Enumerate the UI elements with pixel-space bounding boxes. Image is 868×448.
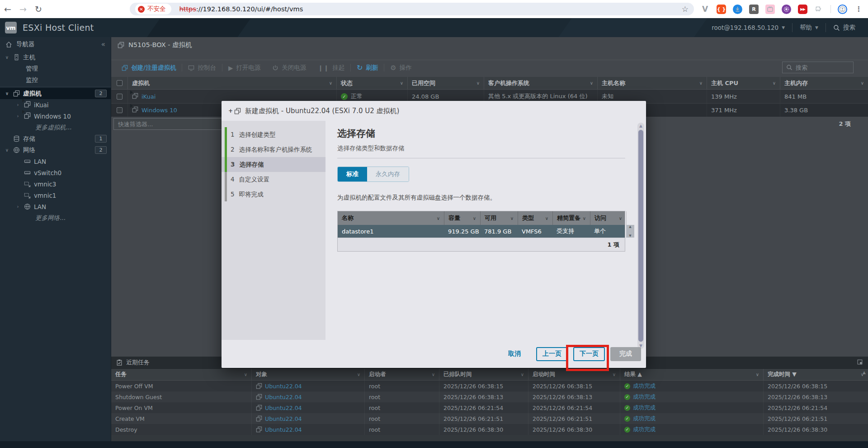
datastore-table-header: 名称∨ 容量∨ 可用∨ 类型∨ 精简置备∨ 访问∨ (338, 211, 625, 225)
plus-icon: + (228, 108, 233, 114)
divider (792, 23, 793, 32)
datastore-row-selected[interactable]: datastore1 919.25 GB 781.9 GB VMFS6 受支持 … (338, 225, 625, 238)
column-menu-icon[interactable]: ∨ (473, 216, 476, 221)
address-bar[interactable]: ✕ 不安全 https://192.168.50.120/ui/#/host/v… (130, 3, 694, 15)
browser-menu-icon[interactable]: ⋮ (854, 5, 863, 14)
wizard-step-1[interactable]: 1选择创建类型 (222, 127, 326, 142)
download-icon (734, 6, 741, 13)
search-icon (833, 24, 840, 31)
forward-icon[interactable]: → (15, 4, 31, 14)
cancel-button[interactable]: 取消 (508, 350, 521, 358)
chevron-down-icon: ▼ (782, 25, 785, 30)
wizard-steps: 1选择创建类型 2选择名称和客户机操作系统 3选择存储 4自定义设置 5即将完成 (222, 121, 326, 340)
not-secure-label: 不安全 (147, 5, 166, 13)
header-decor (147, 18, 250, 37)
user-menu[interactable]: root@192.168.50.120▼ (712, 24, 785, 31)
wizard-step-3[interactable]: 3选择存储 (222, 157, 326, 172)
column-menu-icon[interactable]: ∨ (437, 216, 440, 221)
scrollbar-thumb[interactable] (638, 130, 643, 342)
divider (337, 158, 625, 158)
dot-icon (783, 6, 789, 12)
column-menu-icon[interactable]: ∨ (510, 216, 514, 221)
wizard-step-2[interactable]: 2选择名称和客户机操作系统 (222, 142, 326, 157)
back-icon[interactable]: ← (0, 4, 15, 14)
datastore-table: 名称∨ 容量∨ 可用∨ 类型∨ 精简置备∨ 访问∨ datastore1 919… (337, 211, 625, 252)
global-search[interactable]: 搜索 (833, 24, 855, 32)
help-menu[interactable]: 帮助▼ (800, 24, 818, 32)
person-icon (839, 6, 846, 13)
profile-avatar-icon[interactable] (838, 5, 847, 14)
header-menus: root@192.168.50.120▼ 帮助▼ 搜索 (712, 23, 868, 32)
annotation-highlight-next-button (566, 345, 609, 371)
tv-icon (767, 6, 774, 13)
header-decor (558, 18, 707, 37)
step-subheading: 选择存储类型和数据存储 (337, 144, 625, 153)
url-text: https://192.168.50.120/ui/#/host/vms (179, 5, 303, 13)
wizard-step-4[interactable]: 4自定义设置 (222, 172, 326, 187)
dialog-title: + 新建虚拟机 - Ubuntu22.04 (ESXi 7.0 U2 虚拟机) (222, 101, 646, 121)
finish-button: 完成 (610, 347, 641, 361)
chevron-down-icon: ▼ (815, 25, 818, 30)
divider (826, 23, 826, 32)
browser-toolbar: ← → ↻ ✕ 不安全 https://192.168.50.120/ui/#/… (0, 0, 868, 18)
extensions-puzzle-icon[interactable] (814, 5, 824, 14)
datastore-count-label: 1 项 (338, 238, 625, 251)
wizard-content: 选择存储 选择存储类型和数据存储 标准 永久内存 为虚拟机的配置文件及其所有虚拟… (326, 121, 637, 340)
esxi-header: vm ESXi Host Client root@192.168.50.120▼… (0, 18, 868, 37)
tab-standard[interactable]: 标准 (338, 167, 367, 181)
r-extension-icon[interactable]: R (749, 5, 759, 14)
dialog-scrollbar[interactable]: ▲ ▼ (637, 123, 644, 349)
reload-icon[interactable]: ↻ (31, 4, 46, 14)
vmware-logo: vm (5, 22, 17, 33)
storage-description: 为虚拟机的配置文件及其所有虚拟磁盘选择一个数据存储。 (337, 194, 625, 202)
table-scrollbar[interactable]: ▲▼ (626, 225, 634, 238)
storage-type-tabs: 标准 永久内存 (337, 167, 409, 182)
column-menu-icon[interactable]: ∨ (619, 216, 622, 221)
down-arrow-icon[interactable]: ▼ (629, 234, 631, 238)
code-extension-icon[interactable]: { } (717, 5, 726, 14)
back-button[interactable]: 上一页 (536, 347, 568, 361)
url-protocol: https (179, 5, 196, 13)
column-menu-icon[interactable]: ∨ (583, 216, 586, 221)
tab-persistent-memory[interactable]: 永久内存 (367, 167, 409, 181)
video-speed-extension-icon[interactable]: ▶▶ (798, 5, 807, 14)
purple-extension-icon[interactable] (782, 5, 791, 14)
column-menu-icon[interactable]: ∨ (545, 216, 548, 221)
v-extension-icon[interactable]: V (700, 5, 710, 14)
wizard-step-5[interactable]: 5即将完成 (222, 187, 326, 202)
not-secure-icon: ✕ (138, 6, 145, 13)
step-heading: 选择存储 (337, 127, 625, 140)
security-badge[interactable]: ✕ 不安全 (135, 4, 171, 14)
divider (830, 5, 831, 13)
up-arrow-icon[interactable]: ▲ (629, 225, 631, 229)
bookmark-star-icon[interactable]: ☆ (682, 5, 689, 14)
app-title: ESXi Host Client (23, 23, 94, 33)
bottom-strip (0, 441, 868, 448)
url-rest: ://192.168.50.120/ui/#/host/vms (196, 5, 303, 13)
screen: ← → ↻ ✕ 不安全 https://192.168.50.120/ui/#/… (0, 0, 868, 448)
new-vm-wizard-dialog: + 新建虚拟机 - Ubuntu22.04 (ESXi 7.0 U2 虚拟机) … (222, 101, 646, 368)
puzzle-icon (816, 6, 822, 13)
tv-extension-icon[interactable] (765, 5, 775, 14)
browser-extensions: V { } R ▶▶ ⋮ (700, 0, 863, 18)
download-manager-icon[interactable] (733, 5, 742, 14)
up-arrow-icon[interactable]: ▲ (637, 124, 644, 128)
new-vm-icon (234, 108, 241, 114)
